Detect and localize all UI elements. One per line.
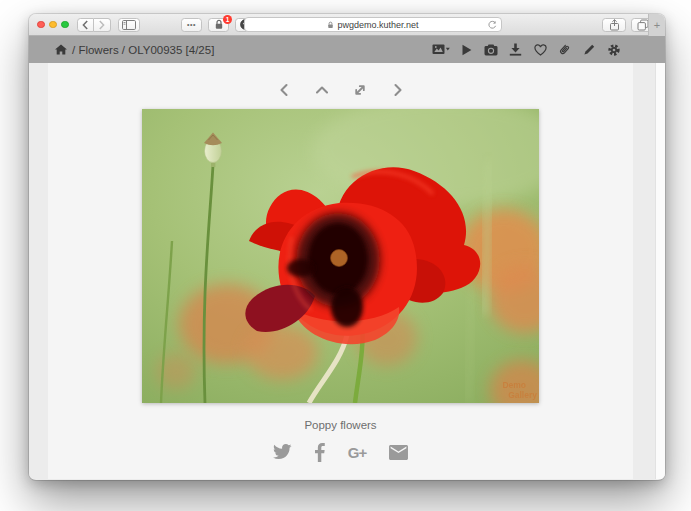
gear-icon — [607, 43, 621, 57]
plus-icon: + — [654, 19, 660, 31]
screenshot-stage: ••• 1 — [0, 0, 691, 511]
fullscreen-button[interactable] — [353, 83, 367, 97]
page-content: Demo Gallery Poppy flowers — [29, 63, 665, 479]
new-tab-button[interactable]: + — [648, 14, 665, 36]
googleplus-icon: G+ — [348, 444, 366, 461]
url-bar[interactable]: pwgdemo.kuther.net — [244, 17, 502, 32]
breadcrumb[interactable]: / Flowers / OLY00935 [4/25] — [55, 44, 214, 56]
reload-icon — [487, 20, 497, 30]
minimize-button[interactable] — [49, 21, 57, 29]
permalink-button[interactable] — [558, 43, 571, 56]
back-button[interactable] — [77, 18, 94, 32]
breadcrumb-text: / Flowers / OLY00935 [4/25] — [72, 44, 214, 56]
url-text: pwgdemo.kuther.net — [337, 20, 418, 30]
metadata-button[interactable] — [484, 44, 498, 56]
browser-chrome: ••• 1 — [29, 14, 665, 36]
download-button[interactable] — [509, 43, 522, 56]
pencil-icon — [583, 43, 596, 56]
close-button[interactable] — [37, 21, 45, 29]
watermark-line1: Demo — [502, 380, 526, 390]
extension-password-button[interactable]: 1 — [208, 18, 229, 32]
favorite-button[interactable] — [534, 44, 547, 56]
share-googleplus-button[interactable]: G+ — [348, 442, 366, 462]
forward-button[interactable] — [94, 18, 111, 32]
page-scrollbar[interactable] — [655, 63, 665, 479]
history-nav — [77, 18, 111, 32]
photo-sizes-button[interactable] — [432, 43, 450, 56]
photo-action-icons — [432, 43, 622, 57]
share-button[interactable] — [602, 18, 626, 32]
edit-button[interactable] — [583, 43, 596, 56]
poppy-photo-image: Demo Gallery — [142, 109, 539, 403]
next-photo-button[interactable] — [391, 83, 405, 97]
sidebar-icon — [122, 20, 136, 30]
paperclip-icon — [558, 43, 571, 56]
ellipsis-icon: ••• — [187, 21, 196, 28]
slideshow-button[interactable] — [461, 44, 472, 56]
heart-icon — [534, 44, 547, 56]
twitter-icon — [273, 444, 292, 460]
browser-window: ••• 1 — [29, 14, 665, 480]
photo-caption: Poppy flowers — [48, 419, 633, 431]
facebook-icon — [315, 443, 325, 462]
chevron-up-icon — [315, 84, 329, 96]
watermark-line2: Gallery — [508, 390, 537, 400]
home-icon — [55, 44, 67, 55]
share-facebook-button[interactable] — [315, 442, 325, 462]
padlock-icon — [327, 21, 334, 29]
chevron-right-icon — [97, 20, 106, 30]
photo-navigation — [48, 63, 633, 97]
traffic-lights — [37, 21, 69, 29]
album-up-button[interactable] — [315, 83, 329, 97]
zoom-button[interactable] — [61, 21, 69, 29]
share-row: G+ — [48, 442, 633, 462]
play-icon — [461, 44, 472, 56]
extension-ellipsis-button[interactable]: ••• — [181, 18, 202, 32]
content-container: Demo Gallery Poppy flowers — [48, 63, 633, 479]
extension-badge: 1 — [223, 15, 232, 24]
share-icon — [609, 19, 620, 31]
gallery-toolbar: / Flowers / OLY00935 [4/25] — [29, 36, 665, 63]
sidebar-button[interactable] — [118, 18, 140, 32]
envelope-icon — [389, 445, 408, 460]
main-photo[interactable]: Demo Gallery — [142, 109, 539, 403]
settings-button[interactable] — [607, 43, 621, 57]
download-icon — [509, 43, 522, 56]
chevron-right-icon — [392, 83, 404, 97]
share-twitter-button[interactable] — [273, 442, 292, 462]
previous-photo-button[interactable] — [277, 83, 291, 97]
chevron-left-icon — [278, 83, 290, 97]
reload-button[interactable] — [487, 20, 497, 32]
share-email-button[interactable] — [389, 442, 408, 462]
resize-diagonal-icon — [353, 83, 367, 97]
photo-sizes-icon — [432, 43, 450, 56]
camera-icon — [484, 44, 498, 56]
lock-icon — [214, 19, 224, 30]
chevron-left-icon — [81, 20, 90, 30]
